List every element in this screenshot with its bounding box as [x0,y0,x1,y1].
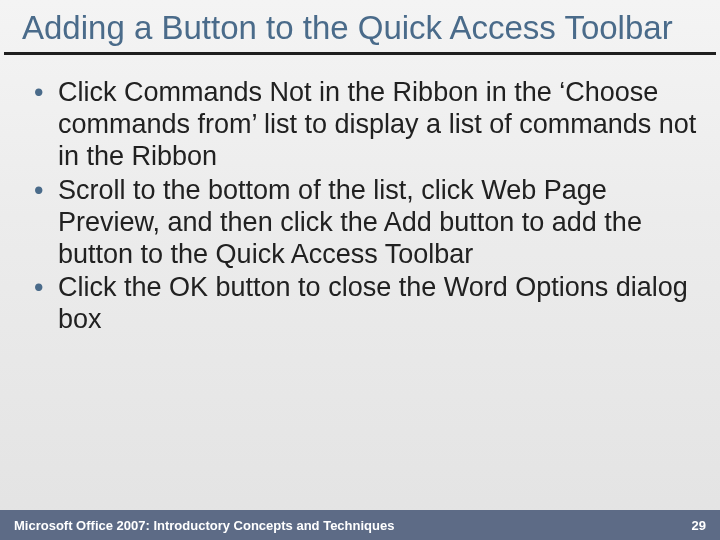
footer-text: Microsoft Office 2007: Introductory Conc… [14,518,394,533]
bullet-item: Click Commands Not in the Ribbon in the … [32,77,698,173]
slide: Adding a Button to the Quick Access Tool… [0,0,720,540]
bullet-list: Click Commands Not in the Ribbon in the … [32,77,698,336]
page-number: 29 [692,518,706,533]
title-block: Adding a Button to the Quick Access Tool… [4,0,716,55]
bullet-item: Scroll to the bottom of the list, click … [32,175,698,271]
slide-title: Adding a Button to the Quick Access Tool… [22,10,698,46]
footer-bar: Microsoft Office 2007: Introductory Conc… [0,510,720,540]
bullet-item: Click the OK button to close the Word Op… [32,272,698,336]
content-area: Click Commands Not in the Ribbon in the … [0,55,720,540]
